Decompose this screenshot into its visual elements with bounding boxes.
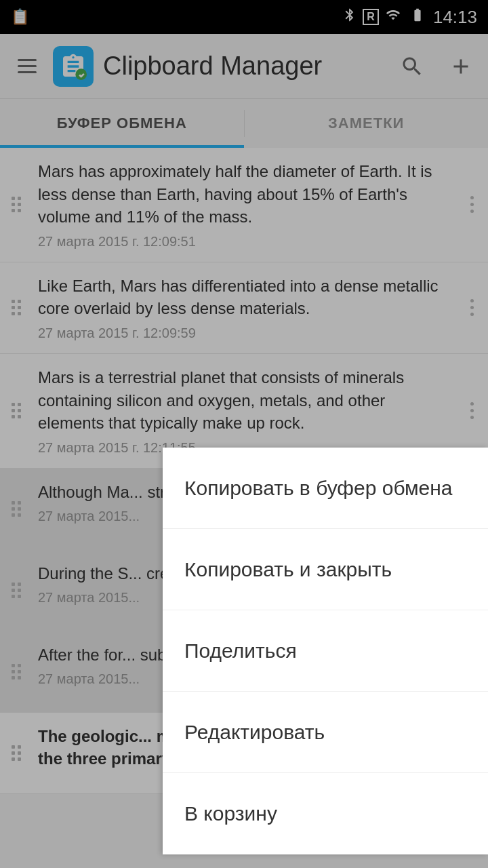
copy-close-label: Копировать и закрыть xyxy=(184,558,392,581)
trash-label: В корзину xyxy=(184,802,277,825)
context-menu-item-edit[interactable]: Редактировать xyxy=(163,692,488,773)
share-label: Поделиться xyxy=(184,639,297,663)
context-menu: Копировать в буфер обмена Копировать и з… xyxy=(163,448,488,854)
copy-clipboard-label: Копировать в буфер обмена xyxy=(184,477,452,500)
context-menu-item-share[interactable]: Поделиться xyxy=(163,610,488,692)
context-menu-item-copy-close[interactable]: Копировать и закрыть xyxy=(163,529,488,610)
context-menu-item-copy[interactable]: Копировать в буфер обмена xyxy=(163,448,488,529)
context-menu-item-trash[interactable]: В корзину xyxy=(163,773,488,854)
edit-label: Редактировать xyxy=(184,721,325,744)
